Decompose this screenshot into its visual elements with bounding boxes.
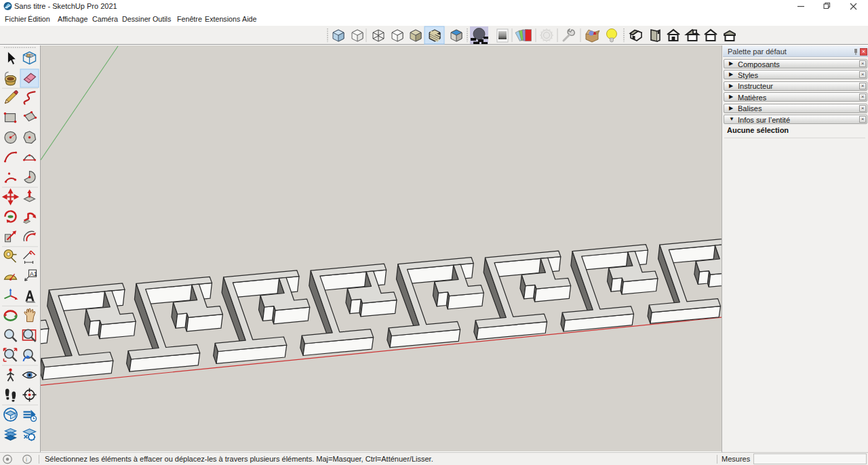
svg-text:A1: A1: [30, 270, 37, 277]
svg-text:i: i: [26, 456, 27, 463]
